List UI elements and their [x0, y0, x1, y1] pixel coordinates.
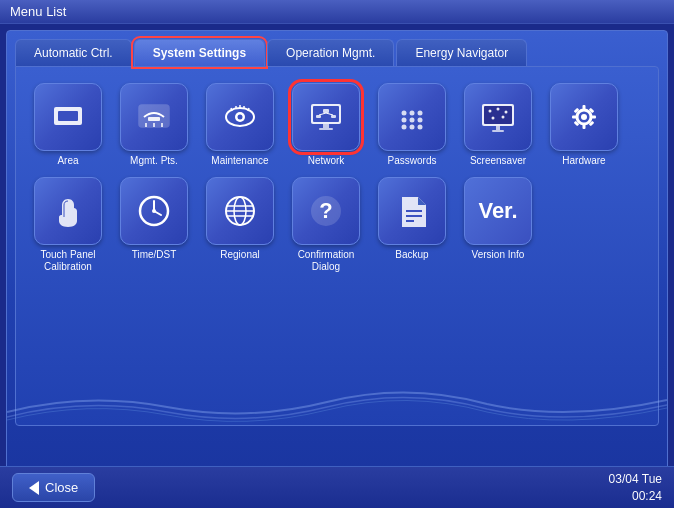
svg-point-32 [418, 125, 423, 130]
svg-point-36 [497, 108, 500, 111]
svg-text:?: ? [319, 198, 332, 223]
mgmt-icon-box [120, 83, 188, 151]
passwords-label: Passwords [388, 155, 437, 167]
area-icon [48, 97, 88, 137]
date-text: 03/04 Tue [609, 472, 662, 486]
main-container: Automatic Ctrl. System Settings Operatio… [6, 30, 668, 478]
tab-operation-mgmt[interactable]: Operation Mgmt. [267, 39, 394, 66]
screensaver-label: Screensaver [470, 155, 526, 167]
hardware-label: Hardware [562, 155, 605, 167]
svg-rect-1 [58, 111, 78, 121]
svg-point-30 [402, 125, 407, 130]
mgmt-icon [134, 97, 174, 137]
screensaver-icon [478, 97, 518, 137]
version-icon-box: Ver. [464, 177, 532, 245]
version-text: Ver. [478, 198, 517, 224]
version-item[interactable]: Ver. Version Info [458, 177, 538, 273]
svg-rect-21 [331, 115, 336, 118]
svg-rect-16 [313, 106, 339, 122]
svg-rect-47 [591, 116, 596, 119]
version-label: Version Info [472, 249, 525, 261]
svg-point-27 [402, 118, 407, 123]
backup-icon-box [378, 177, 446, 245]
touchpanel-icon-box [34, 177, 102, 245]
svg-point-25 [410, 111, 415, 116]
network-label: Network [308, 155, 345, 167]
svg-rect-18 [319, 128, 333, 130]
regional-icon-box [206, 177, 274, 245]
confirmation-label: ConfirmationDialog [298, 249, 355, 273]
svg-rect-41 [492, 130, 504, 132]
maintenance-item[interactable]: Maintenance [200, 83, 280, 167]
confirmation-item[interactable]: ? ConfirmationDialog [286, 177, 366, 273]
tab-system-settings[interactable]: System Settings [134, 39, 265, 66]
screensaver-icon-box [464, 83, 532, 151]
svg-line-55 [154, 211, 161, 215]
mgmt-label: Mgmt. Pts. [130, 155, 178, 167]
datetime-display: 03/04 Tue 00:24 [609, 471, 662, 505]
screensaver-item[interactable]: Screensaver [458, 83, 538, 167]
time-item[interactable]: Time/DST [114, 177, 194, 273]
hardware-item[interactable]: Hardware [544, 83, 624, 167]
touchpanel-icon [48, 191, 88, 231]
passwords-item[interactable]: Passwords [372, 83, 452, 167]
svg-line-14 [248, 108, 249, 111]
regional-icon [220, 191, 260, 231]
window-title: Menu List [10, 4, 66, 19]
svg-line-10 [231, 108, 232, 111]
backup-icon [392, 191, 432, 231]
time-icon [134, 191, 174, 231]
close-button[interactable]: Close [12, 473, 95, 502]
time-label: Time/DST [132, 249, 177, 261]
hardware-icon-box [550, 83, 618, 151]
tab-automatic-ctrl[interactable]: Automatic Ctrl. [15, 39, 132, 66]
tab-energy-navigator[interactable]: Energy Navigator [396, 39, 527, 66]
wave-decoration [7, 382, 667, 427]
time-icon-box [120, 177, 188, 245]
svg-rect-20 [316, 115, 321, 118]
svg-point-37 [505, 111, 508, 114]
bottom-bar: Close 03/04 Tue 00:24 [0, 466, 674, 508]
maintenance-label: Maintenance [211, 155, 268, 167]
svg-rect-45 [583, 124, 586, 129]
maintenance-icon [220, 97, 260, 137]
svg-rect-40 [496, 126, 500, 130]
passwords-icon-box [378, 83, 446, 151]
svg-rect-44 [583, 105, 586, 110]
passwords-icon [392, 97, 432, 137]
svg-point-35 [489, 110, 492, 113]
confirmation-icon-box: ? [292, 177, 360, 245]
title-bar: Menu List [0, 0, 674, 24]
area-item[interactable]: Area [28, 83, 108, 167]
touchpanel-item[interactable]: Touch PanelCalibration [28, 177, 108, 273]
area-label: Area [57, 155, 78, 167]
backup-item[interactable]: Backup [372, 177, 452, 273]
svg-point-29 [418, 118, 423, 123]
svg-point-24 [402, 111, 407, 116]
svg-point-31 [410, 125, 415, 130]
area-icon-box [34, 83, 102, 151]
svg-rect-46 [572, 116, 577, 119]
close-label: Close [45, 480, 78, 495]
svg-point-28 [410, 118, 415, 123]
maintenance-icon-box [206, 83, 274, 151]
network-icon-box [292, 83, 360, 151]
touchpanel-label: Touch PanelCalibration [40, 249, 95, 273]
network-icon [306, 97, 346, 137]
backup-label: Backup [395, 249, 428, 261]
svg-point-9 [238, 115, 243, 120]
regional-item[interactable]: Regional [200, 177, 280, 273]
icon-row-2: Touch PanelCalibration Time/DST [28, 177, 646, 273]
svg-point-39 [502, 116, 505, 119]
svg-rect-17 [323, 124, 329, 128]
confirmation-icon: ? [306, 191, 346, 231]
mgmt-item[interactable]: Mgmt. Pts. [114, 83, 194, 167]
icon-row-1: Area Mgmt. Pts. [28, 83, 646, 167]
content-area: Area Mgmt. Pts. [15, 66, 659, 426]
regional-label: Regional [220, 249, 259, 261]
tabs: Automatic Ctrl. System Settings Operatio… [7, 31, 667, 66]
network-item[interactable]: Network [286, 83, 366, 167]
close-arrow-icon [29, 481, 39, 495]
svg-rect-3 [148, 117, 160, 121]
svg-point-26 [418, 111, 423, 116]
